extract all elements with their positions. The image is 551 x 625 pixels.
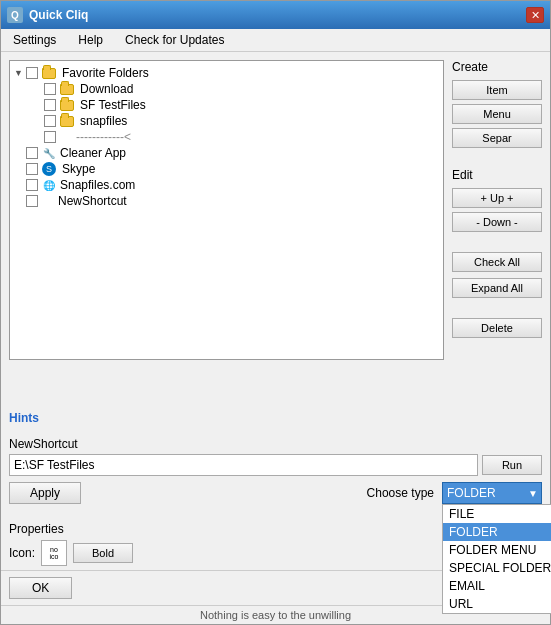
skype-icon: S <box>42 162 56 176</box>
create-label: Create <box>452 60 542 74</box>
tree-item-download[interactable]: Download <box>14 81 439 97</box>
option-email[interactable]: EMAIL <box>443 577 551 595</box>
menu-help[interactable]: Help <box>72 32 109 48</box>
up-button[interactable]: + Up + <box>452 188 542 208</box>
snapfiles-com-icon: 🌐 <box>42 178 56 192</box>
path-input[interactable] <box>9 454 478 476</box>
apply-row: Apply Choose type FOLDER ▼ FILE FOLDER F… <box>9 482 542 504</box>
tree-item-separator[interactable]: ------------< <box>14 129 439 145</box>
selected-type: FOLDER <box>447 486 496 500</box>
option-file[interactable]: FILE <box>443 505 551 523</box>
checkbox-snapfiles-com[interactable] <box>26 179 38 191</box>
checkbox-download[interactable] <box>44 83 56 95</box>
checkbox-sf-testfiles[interactable] <box>44 99 56 111</box>
main-window: Q Quick Cliq ✕ Settings Help Check for U… <box>0 0 551 625</box>
option-folder[interactable]: FOLDER <box>443 523 551 541</box>
menu-bar: Settings Help Check for Updates <box>1 29 550 52</box>
main-content: ▼ Favorite Folders Download SF TestFiles <box>1 52 550 407</box>
checkbox-favorite-folders[interactable] <box>26 67 38 79</box>
tree-item-sf-testfiles[interactable]: SF TestFiles <box>14 97 439 113</box>
checkbox-separator[interactable] <box>44 131 56 143</box>
type-dropdown[interactable]: FOLDER ▼ <box>442 482 542 504</box>
menu-settings[interactable]: Settings <box>7 32 62 48</box>
item-button[interactable]: Item <box>452 80 542 100</box>
tree-item-snapfiles-com[interactable]: 🌐 Snapfiles.com <box>14 177 439 193</box>
no-ico-line2: ico <box>50 553 59 560</box>
hints-label: Hints <box>9 411 542 425</box>
folder-icon-sf <box>60 100 74 111</box>
down-button[interactable]: - Down - <box>452 212 542 232</box>
apply-button[interactable]: Apply <box>9 482 81 504</box>
dropdown-arrow-icon: ▼ <box>528 488 538 499</box>
label-snapfiles: snapfiles <box>80 114 127 128</box>
run-button[interactable]: Run <box>482 455 542 475</box>
check-all-button[interactable]: Check All <box>452 252 542 272</box>
expand-all-button[interactable]: Expand All <box>452 278 542 298</box>
checkbox-skype[interactable] <box>26 163 38 175</box>
label-newshortcut: NewShortcut <box>58 194 127 208</box>
window-title: Quick Cliq <box>29 8 88 22</box>
folder-icon-snapfiles <box>60 116 74 127</box>
checkbox-newshortcut[interactable] <box>26 195 38 207</box>
title-bar: Q Quick Cliq ✕ <box>1 1 550 29</box>
label-skype: Skype <box>62 162 95 176</box>
label-snapfiles-com: Snapfiles.com <box>60 178 135 192</box>
label-sf-testfiles: SF TestFiles <box>80 98 146 112</box>
option-special-folder[interactable]: SPECIAL FOLDER <box>443 559 551 577</box>
delete-button[interactable]: Delete <box>452 318 542 338</box>
tree-item-cleaner-app[interactable]: 🔧 Cleaner App <box>14 145 439 161</box>
right-panel: Create Item Menu Separ Edit + Up + - Dow… <box>452 60 542 399</box>
hints-content: NewShortcut Run Apply Choose type FOLDER… <box>1 433 550 518</box>
choose-type-label: Choose type <box>367 486 434 500</box>
label-cleaner-app: Cleaner App <box>60 146 126 160</box>
label-download: Download <box>80 82 133 96</box>
path-row: Run <box>9 454 542 476</box>
checkbox-snapfiles[interactable] <box>44 115 56 127</box>
type-dropdown-menu: FILE FOLDER FOLDER MENU SPECIAL FOLDER E… <box>442 504 551 614</box>
checkbox-cleaner-app[interactable] <box>26 147 38 159</box>
separ-button[interactable]: Separ <box>452 128 542 148</box>
tree-item-snapfiles[interactable]: snapfiles <box>14 113 439 129</box>
label-separator: ------------< <box>76 130 131 144</box>
no-ico-line1: no <box>50 546 58 553</box>
menu-button[interactable]: Menu <box>452 104 542 124</box>
tree-item-favorite-folders[interactable]: ▼ Favorite Folders <box>14 65 439 81</box>
expand-icon: ▼ <box>14 68 24 78</box>
option-folder-menu[interactable]: FOLDER MENU <box>443 541 551 559</box>
tree-panel[interactable]: ▼ Favorite Folders Download SF TestFiles <box>9 60 444 360</box>
ok-button[interactable]: OK <box>9 577 72 599</box>
menu-check-updates[interactable]: Check for Updates <box>119 32 230 48</box>
edit-label: Edit <box>452 168 542 182</box>
label-favorite-folders: Favorite Folders <box>62 66 149 80</box>
close-button[interactable]: ✕ <box>526 7 544 23</box>
shortcut-name-text: NewShortcut <box>9 437 542 451</box>
no-ico-box: no ico <box>41 540 67 566</box>
edit-section: Edit + Up + - Down - <box>452 168 542 232</box>
folder-icon <box>42 68 56 79</box>
option-url[interactable]: URL <box>443 595 551 613</box>
icon-label: Icon: <box>9 546 35 560</box>
cleaner-app-icon: 🔧 <box>42 146 56 160</box>
folder-icon-download <box>60 84 74 95</box>
tree-item-skype[interactable]: S Skype <box>14 161 439 177</box>
hints-section: Hints <box>1 407 550 433</box>
status-text: Nothing is easy to the unwilling <box>200 609 351 621</box>
bold-button[interactable]: Bold <box>73 543 133 563</box>
type-dropdown-container: FOLDER ▼ FILE FOLDER FOLDER MENU SPECIAL… <box>442 482 542 504</box>
create-section: Create Item Menu Separ <box>452 60 542 148</box>
tree-item-newshortcut[interactable]: NewShortcut <box>14 193 439 209</box>
app-icon: Q <box>7 7 23 23</box>
